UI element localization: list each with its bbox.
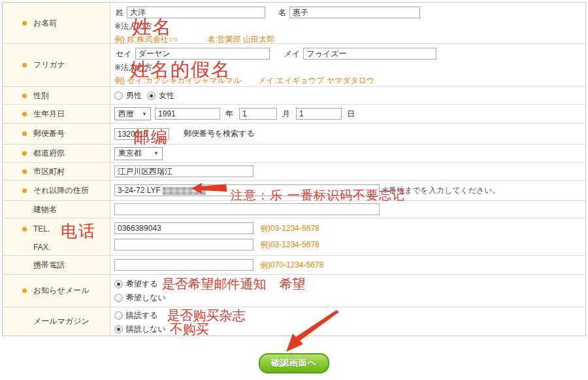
sei-field-label: セイ <box>116 48 132 60</box>
mei-input[interactable] <box>303 48 436 60</box>
prefecture-label: 都道府県 <box>33 148 65 159</box>
birth-year-input[interactable] <box>155 108 220 120</box>
birthdate-label: 生年月日 <box>33 109 65 120</box>
magazine-yes-label[interactable]: 購読する <box>126 310 158 321</box>
row-birthdate: 生年月日 西暦 ▼ 年 月 日 <box>3 105 585 124</box>
required-bullet-icon <box>22 21 27 26</box>
magazine-no-radio[interactable] <box>114 325 123 334</box>
mobile-example: 例)070-1234-5678 <box>260 260 323 271</box>
day-unit-label: 日 <box>347 109 355 120</box>
birthdate-label-cell: 生年月日 <box>3 105 110 123</box>
notify-yes-radio[interactable] <box>114 280 123 288</box>
mobile-label: 携帯電話 <box>33 260 65 271</box>
furigana-annotation: 姓名的假名 <box>130 57 231 83</box>
registration-form-table: お名前 姓 名 ※法人の方 例) 姓:株式会社○○ 名:営業部 山田太郎 <box>2 2 586 336</box>
notify-annotation: 是否希望邮件通知 希望 <box>162 275 306 293</box>
notify-label: お知らせメール <box>33 285 89 296</box>
magazine-no-label[interactable]: 購読しない <box>126 324 166 335</box>
name-label-cell: お名前 <box>3 3 110 43</box>
zipcode-label-cell: 郵便番号 <box>3 124 110 144</box>
required-bullet-icon <box>22 112 27 116</box>
row-name: お名前 姓 名 ※法人の方 例) 姓:株式会社○○ 名:営業部 山田太郎 <box>3 3 585 44</box>
name-annotation: 姓名 <box>132 14 172 41</box>
notify-value-cell: 希望する 是否希望邮件通知 希望 希望しない <box>110 275 585 307</box>
notify-no-label[interactable]: 希望しない <box>126 292 166 303</box>
row-notify-mail: お知らせメール 希望する 是否希望邮件通知 希望 希望しない <box>3 275 585 307</box>
female-radio-label[interactable]: 女性 <box>159 90 174 101</box>
zipcode-label: 郵便番号 <box>33 128 65 139</box>
mobile-label-cell: 携帯電話 <box>3 256 110 274</box>
gender-label: 性別 <box>33 90 49 101</box>
row-city: 市区町村 <box>3 163 585 181</box>
fax-example: 例)03-1234-5678 <box>260 239 319 250</box>
tel-annotation: 电话 <box>61 220 96 242</box>
male-radio[interactable] <box>114 92 123 100</box>
era-select[interactable]: 西暦 ▼ <box>114 107 151 120</box>
tel-input[interactable] <box>114 222 253 234</box>
row-mobile: 携帯電話 例)070-1234-5678 <box>3 256 585 275</box>
furigana-label: フリガナ <box>33 60 65 71</box>
red-arrow-address-icon <box>191 182 227 195</box>
zipcode-annotation: 邮编 <box>133 126 169 148</box>
birth-day-input[interactable] <box>296 108 342 120</box>
magazine-yes-radio[interactable] <box>114 311 123 320</box>
required-bullet-icon <box>22 151 27 156</box>
magazine-value-cell: 購読する 是否购买杂志 購読しない 不购买 <box>110 307 585 336</box>
female-radio[interactable] <box>147 92 155 100</box>
birth-month-input[interactable] <box>239 108 277 120</box>
notify-yes-label[interactable]: 希望する <box>126 279 158 290</box>
city-value-cell <box>110 163 585 180</box>
address-label: それ以降の住所 <box>33 185 89 196</box>
notify-label-cell: お知らせメール <box>3 275 110 307</box>
male-radio-label[interactable]: 男性 <box>126 90 142 101</box>
magazine-label-cell: メールマガジン <box>3 307 110 336</box>
required-bullet-icon <box>22 94 27 98</box>
tel-label: TEL. <box>33 224 50 233</box>
year-unit-label: 年 <box>225 109 233 120</box>
gender-label-cell: 性別 <box>3 87 110 104</box>
required-bullet-icon <box>22 63 27 67</box>
mei-field-label: メイ <box>284 48 301 60</box>
magazine-no-annotation: 不购买 <box>170 320 209 338</box>
fax-input[interactable] <box>114 239 253 250</box>
zipcode-search-link[interactable]: 郵便番号を検索する <box>184 128 255 139</box>
prefecture-value-cell: 東京都 ▼ <box>110 145 585 162</box>
prefecture-select[interactable]: 東京都 ▼ <box>114 147 163 160</box>
first-name-input[interactable] <box>289 7 420 18</box>
building-input[interactable] <box>114 203 380 215</box>
mobile-value-cell: 例)070-1234-5678 <box>110 256 585 274</box>
address-annotation: 注意：乐 一番标识码不要忘记 <box>231 187 405 204</box>
chevron-down-icon: ▼ <box>154 150 159 156</box>
required-bullet-icon <box>22 169 27 174</box>
first-name-field-label: 名 <box>278 7 286 18</box>
gender-value-cell: 男性 女性 <box>110 87 585 104</box>
required-bullet-icon <box>22 227 27 232</box>
mobile-input[interactable] <box>114 259 253 271</box>
corporate-note: ※法人の方 <box>114 21 581 32</box>
row-zipcode: 郵便番号 郵便番号を検索する <box>3 124 585 145</box>
row-furigana: フリガナ セイ メイ ※法人の方 例) セイ:カブシキガイシャマルマル メイ:エ… <box>3 44 585 87</box>
name-label: お名前 <box>33 18 57 29</box>
furigana-label-cell: フリガナ <box>3 44 110 86</box>
city-input[interactable] <box>114 165 253 177</box>
notify-no-radio[interactable] <box>114 294 123 302</box>
birthdate-value-cell: 西暦 ▼ 年 月 日 <box>110 105 585 123</box>
required-bullet-icon <box>22 131 27 136</box>
magazine-label: メールマガジン <box>33 316 90 327</box>
tel-fax-value-cell: 例)03-1234-5678 例)03-1234-5678 <box>110 218 585 255</box>
registration-form-page: お名前 姓 名 ※法人の方 例) 姓:株式会社○○ 名:営業部 山田太郎 <box>0 0 588 380</box>
prefecture-label-cell: 都道府県 <box>3 145 110 162</box>
city-label-cell: 市区町村 <box>3 163 110 180</box>
row-gender: 性別 男性 女性 <box>3 87 585 105</box>
name-value-cell: 姓 名 ※法人の方 例) 姓:株式会社○○ 名:営業部 山田太郎 <box>110 3 585 43</box>
red-arrow-button-icon <box>278 310 344 354</box>
button-area: 確認画面へ <box>0 353 588 373</box>
required-bullet-icon <box>22 288 27 293</box>
confirm-button[interactable]: 確認画面へ <box>259 353 329 373</box>
zipcode-value-cell: 郵便番号を検索する <box>110 124 585 144</box>
building-label-cell: 建物名 <box>3 201 110 218</box>
row-prefecture: 都道府県 東京都 ▼ <box>3 145 585 163</box>
last-name-field-label: 姓 <box>116 7 123 18</box>
city-label: 市区町村 <box>33 166 65 177</box>
chevron-down-icon: ▼ <box>142 111 147 117</box>
